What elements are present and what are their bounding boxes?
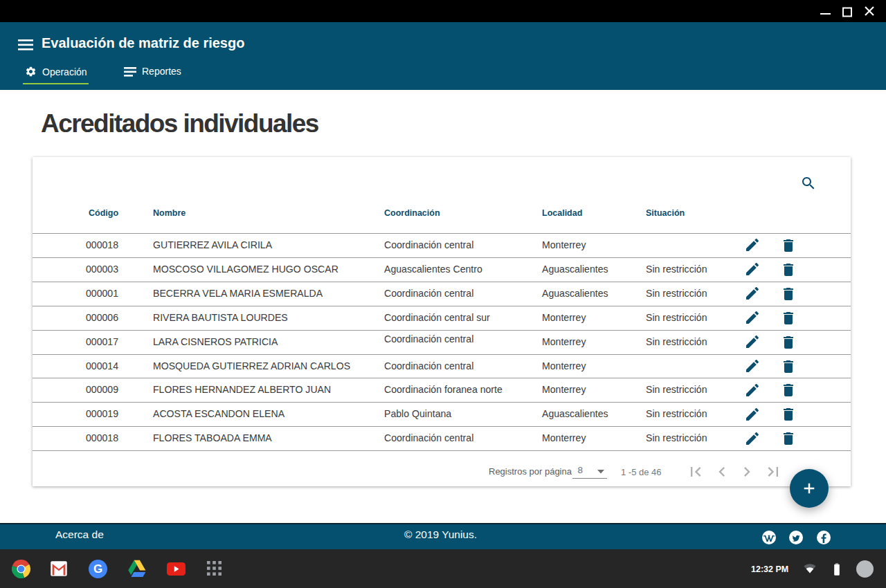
- svg-text:G: G: [93, 562, 102, 576]
